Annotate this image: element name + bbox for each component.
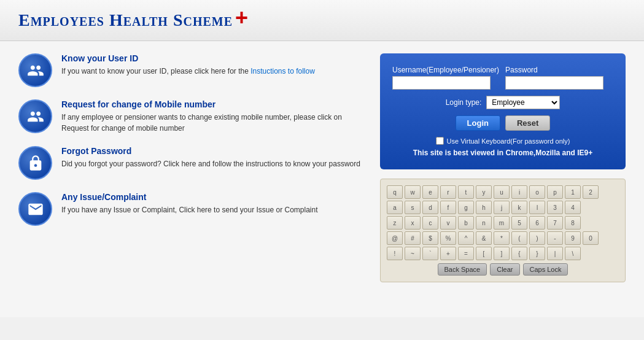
key-h[interactable]: h	[476, 201, 492, 214]
backspace-button[interactable]: Back Space	[438, 263, 487, 276]
key-q[interactable]: q	[387, 185, 403, 199]
virtual-keyboard-checkbox[interactable]	[436, 137, 444, 145]
login-type-label: Login type:	[446, 98, 482, 107]
header-title: Employees Health Scheme	[18, 10, 233, 30]
key-percent[interactable]: %	[440, 231, 456, 245]
know-user-id-description: If you want to know your user ID, please…	[61, 66, 315, 77]
key-u[interactable]: u	[494, 185, 510, 199]
key-oparen[interactable]: (	[511, 231, 527, 245]
key-ccurly[interactable]: }	[529, 247, 545, 260]
key-d[interactable]: d	[422, 201, 438, 214]
key-3[interactable]: 3	[547, 201, 563, 214]
instructions-link[interactable]: Instuctions to follow	[250, 67, 315, 75]
username-input[interactable]	[392, 76, 491, 90]
key-l[interactable]: l	[529, 201, 545, 214]
key-obracket[interactable]: [	[476, 247, 492, 260]
key-c[interactable]: c	[422, 216, 438, 230]
keyboard-row-2: a s d f g h j k l 3 4	[387, 201, 619, 214]
caps-lock-button[interactable]: Caps Lock	[523, 263, 568, 276]
key-a[interactable]: a	[387, 201, 403, 214]
key-z[interactable]: z	[387, 216, 403, 230]
key-s[interactable]: s	[405, 201, 421, 214]
virtual-keyboard: q w e r t y u i o p 1 2 a s d f	[380, 179, 626, 282]
key-equals[interactable]: =	[458, 247, 474, 260]
key-minus[interactable]: -	[547, 231, 563, 245]
key-f[interactable]: f	[440, 201, 456, 214]
login-type-row: Login type: Employee Pensioner	[392, 96, 613, 109]
change-mobile-description: If any employee or pensioner wants to ch…	[61, 112, 362, 134]
keyboard-row-4: @ # $ % ^ & * ( ) - 9 0	[387, 231, 619, 245]
forgot-password-description: Did you forgot your password? Click here…	[61, 158, 360, 169]
forgot-password-title[interactable]: Forgot Password	[61, 146, 360, 156]
key-i[interactable]: i	[511, 185, 527, 199]
key-excl[interactable]: !	[387, 247, 403, 260]
change-mobile-title[interactable]: Request for change of Mobile number	[61, 99, 362, 109]
key-n[interactable]: n	[476, 216, 492, 230]
key-r[interactable]: r	[440, 185, 456, 199]
key-2[interactable]: 2	[583, 185, 599, 199]
login-buttons-row: Login Reset	[392, 115, 613, 131]
key-g[interactable]: g	[458, 201, 474, 214]
key-hash[interactable]: #	[405, 231, 421, 245]
virtual-keyboard-checkbox-row: Use Virtual Keyboard(For password only)	[392, 137, 613, 145]
key-tilde[interactable]: ~	[405, 247, 421, 260]
key-pipe[interactable]: |	[547, 247, 563, 260]
key-w[interactable]: w	[405, 185, 421, 199]
change-mobile-text: Request for change of Mobile number If a…	[61, 99, 362, 134]
issue-complaint-item: Any Issue/Complaint If you have any Issu…	[18, 192, 362, 226]
header-cross-icon: +	[235, 7, 248, 29]
key-o[interactable]: o	[529, 185, 545, 199]
know-user-id-title[interactable]: Know your User ID	[61, 53, 315, 63]
users-icon-2	[18, 99, 52, 133]
key-5[interactable]: 5	[511, 216, 527, 230]
know-user-id-item: Know your User ID If you want to know yo…	[18, 53, 362, 87]
key-x[interactable]: x	[405, 216, 421, 230]
key-7[interactable]: 7	[547, 216, 563, 230]
key-ocurly[interactable]: {	[511, 247, 527, 260]
key-k[interactable]: k	[511, 201, 527, 214]
key-b[interactable]: b	[458, 216, 474, 230]
key-amp[interactable]: &	[476, 231, 492, 245]
key-4[interactable]: 4	[565, 201, 581, 214]
key-0[interactable]: 0	[583, 231, 599, 245]
key-cparen[interactable]: )	[529, 231, 545, 245]
password-input[interactable]	[505, 76, 603, 90]
key-y[interactable]: y	[476, 185, 492, 199]
keyboard-rows: q w e r t y u i o p 1 2 a s d f	[387, 185, 619, 260]
key-v[interactable]: v	[440, 216, 456, 230]
key-backtick[interactable]: `	[422, 247, 438, 260]
key-plus[interactable]: +	[440, 247, 456, 260]
password-group: Password	[505, 66, 603, 90]
key-e[interactable]: e	[422, 185, 438, 199]
keyboard-row-5: ! ~ ` + = [ ] { } | \	[387, 247, 619, 260]
forgot-password-text: Forgot Password Did you forgot your pass…	[61, 146, 360, 169]
keyboard-row-1: q w e r t y u i o p 1 2	[387, 185, 619, 199]
key-j[interactable]: j	[494, 201, 510, 214]
key-backslash[interactable]: \	[565, 247, 581, 260]
login-type-select[interactable]: Employee Pensioner	[486, 96, 560, 109]
key-m[interactable]: m	[494, 216, 510, 230]
left-panel: Know your User ID If you want to know yo…	[18, 53, 362, 305]
lock-icon	[18, 146, 52, 180]
reset-button[interactable]: Reset	[505, 115, 550, 131]
key-6[interactable]: 6	[529, 216, 545, 230]
key-9[interactable]: 9	[565, 231, 581, 245]
key-caret[interactable]: ^	[458, 231, 474, 245]
key-t[interactable]: t	[458, 185, 474, 199]
key-at[interactable]: @	[387, 231, 403, 245]
password-label: Password	[505, 66, 603, 74]
key-cbracket[interactable]: ]	[494, 247, 510, 260]
issue-complaint-text: Any Issue/Complaint If you have any Issu…	[61, 192, 318, 215]
key-1[interactable]: 1	[565, 185, 581, 199]
key-star[interactable]: *	[494, 231, 510, 245]
issue-complaint-description: If you have any Issue or Complaint, Clic…	[61, 204, 318, 215]
forgot-password-item: Forgot Password Did you forgot your pass…	[18, 146, 362, 180]
login-button[interactable]: Login	[456, 115, 500, 131]
know-user-id-text: Know your User ID If you want to know yo…	[61, 53, 315, 77]
clear-button[interactable]: Clear	[490, 263, 519, 276]
key-8[interactable]: 8	[565, 216, 581, 230]
issue-complaint-title[interactable]: Any Issue/Complaint	[61, 192, 318, 202]
key-dollar[interactable]: $	[422, 231, 438, 245]
key-p[interactable]: p	[547, 185, 563, 199]
keyboard-bottom-row: Back Space Clear Caps Lock	[387, 263, 619, 276]
